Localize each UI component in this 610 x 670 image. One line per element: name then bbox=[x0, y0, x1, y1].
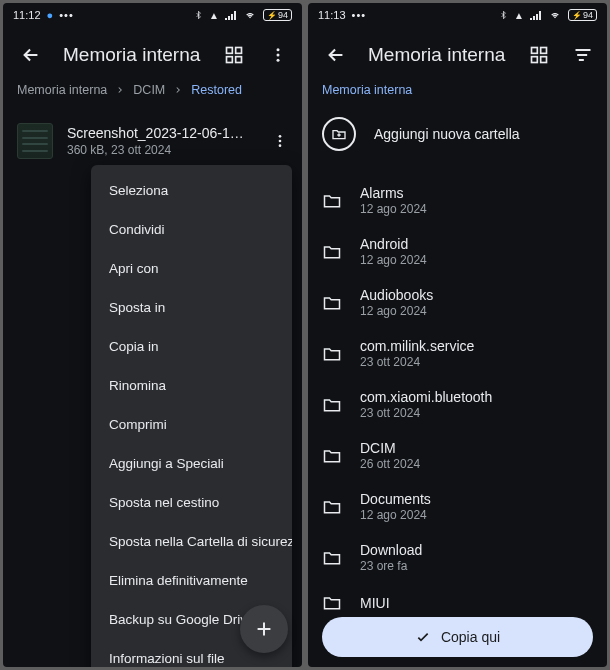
folder-name: Documents bbox=[360, 491, 593, 507]
folder-name: DCIM bbox=[360, 440, 593, 456]
crumb-0[interactable]: Memoria interna bbox=[322, 83, 412, 97]
status-right: ▲ ⚡94 bbox=[194, 9, 292, 21]
file-row[interactable]: Screenshot_2023-12-06-19-46-48… 360 kB, … bbox=[3, 111, 302, 171]
svg-rect-2 bbox=[227, 57, 233, 63]
folder-icon bbox=[322, 395, 342, 415]
breadcrumb: Memoria interna bbox=[308, 83, 607, 103]
bluetooth-icon bbox=[194, 9, 203, 21]
folder-name: com.milink.service bbox=[360, 338, 593, 354]
check-icon bbox=[415, 629, 431, 645]
signal-bars-icon bbox=[225, 10, 237, 20]
crumb-0[interactable]: Memoria interna bbox=[17, 83, 107, 97]
menu-item[interactable]: Seleziona bbox=[91, 171, 292, 210]
menu-item[interactable]: Sposta in bbox=[91, 288, 292, 327]
folder-row[interactable]: com.xiaomi.bluetooth23 ott 2024 bbox=[308, 379, 607, 430]
folder-subtitle: 26 ott 2024 bbox=[360, 457, 593, 471]
folder-row[interactable]: DCIM26 ott 2024 bbox=[308, 430, 607, 481]
menu-item[interactable]: Aggiungi a Speciali bbox=[91, 444, 292, 483]
folder-name: Android bbox=[360, 236, 593, 252]
file-name: Screenshot_2023-12-06-19-46-48… bbox=[67, 125, 250, 141]
folder-row[interactable]: Download23 ore fa bbox=[308, 532, 607, 583]
crumb-1[interactable]: DCIM bbox=[133, 83, 165, 97]
svg-rect-11 bbox=[541, 48, 547, 54]
menu-item[interactable]: Sposta nel cestino bbox=[91, 483, 292, 522]
svg-point-8 bbox=[279, 140, 282, 143]
menu-item[interactable]: Rinomina bbox=[91, 366, 292, 405]
folder-icon bbox=[322, 344, 342, 364]
status-time: 11:12 bbox=[13, 9, 41, 21]
context-menu: SelezionaCondividiApri conSposta inCopia… bbox=[91, 165, 292, 667]
new-folder-row[interactable]: Aggiungi nuova cartella bbox=[308, 103, 607, 169]
svg-point-5 bbox=[277, 54, 280, 57]
paste-label: Copia qui bbox=[441, 629, 500, 645]
folder-subtitle: 12 ago 2024 bbox=[360, 304, 593, 318]
status-indicator-icon: ● bbox=[47, 9, 54, 21]
status-right: ▲ ⚡94 bbox=[499, 9, 597, 21]
menu-item[interactable]: Copia in bbox=[91, 327, 292, 366]
folder-name: Alarms bbox=[360, 185, 593, 201]
menu-item[interactable]: Comprimi bbox=[91, 405, 292, 444]
back-button[interactable] bbox=[316, 35, 356, 75]
back-button[interactable] bbox=[11, 35, 51, 75]
grid-view-button[interactable] bbox=[218, 35, 250, 75]
folder-icon bbox=[322, 446, 342, 466]
menu-item[interactable]: Elimina definitivamente bbox=[91, 561, 292, 600]
wifi-icon bbox=[548, 10, 562, 20]
folder-list: Alarms12 ago 2024Android12 ago 2024Audio… bbox=[308, 169, 607, 667]
folder-icon bbox=[322, 497, 342, 517]
app-bar: Memoria interna bbox=[3, 27, 302, 83]
wifi-icon bbox=[243, 10, 257, 20]
paste-here-button[interactable]: Copia qui bbox=[322, 617, 593, 657]
folder-subtitle: 23 ott 2024 bbox=[360, 406, 593, 420]
menu-item[interactable]: Condividi bbox=[91, 210, 292, 249]
status-time: 11:13 bbox=[318, 9, 346, 21]
folder-subtitle: 23 ott 2024 bbox=[360, 355, 593, 369]
folder-icon bbox=[322, 293, 342, 313]
menu-item[interactable]: Apri con bbox=[91, 249, 292, 288]
file-overflow-button[interactable] bbox=[264, 121, 296, 161]
sort-button[interactable] bbox=[567, 35, 599, 75]
svg-point-4 bbox=[277, 48, 280, 51]
phone-left: 11:12 ● ••• ▲ ⚡94 Memoria interna Memori… bbox=[3, 3, 302, 667]
chevron-right-icon bbox=[173, 85, 183, 95]
overflow-button[interactable] bbox=[262, 35, 294, 75]
svg-point-6 bbox=[277, 59, 280, 62]
battery-badge: ⚡94 bbox=[568, 9, 597, 21]
svg-rect-0 bbox=[227, 48, 233, 54]
folder-icon bbox=[322, 593, 342, 613]
signal-bars-icon bbox=[530, 10, 542, 20]
folder-row[interactable]: Android12 ago 2024 bbox=[308, 226, 607, 277]
svg-point-9 bbox=[279, 144, 282, 147]
folder-row[interactable]: Audiobooks12 ago 2024 bbox=[308, 277, 607, 328]
breadcrumb: Memoria interna DCIM Restored bbox=[3, 83, 302, 111]
svg-rect-3 bbox=[236, 57, 242, 63]
folder-row[interactable]: Alarms12 ago 2024 bbox=[308, 175, 607, 226]
folder-name: com.xiaomi.bluetooth bbox=[360, 389, 593, 405]
svg-point-7 bbox=[279, 135, 282, 138]
folder-icon bbox=[322, 242, 342, 262]
svg-rect-12 bbox=[532, 57, 538, 63]
status-bar: 11:12 ● ••• ▲ ⚡94 bbox=[3, 3, 302, 27]
battery-badge: ⚡94 bbox=[263, 9, 292, 21]
folder-row[interactable]: Documents12 ago 2024 bbox=[308, 481, 607, 532]
crumb-2[interactable]: Restored bbox=[191, 83, 242, 97]
folder-subtitle: 12 ago 2024 bbox=[360, 202, 593, 216]
signal-icon: ▲ bbox=[209, 10, 219, 21]
folder-subtitle: 12 ago 2024 bbox=[360, 508, 593, 522]
svg-rect-10 bbox=[532, 48, 538, 54]
grid-view-button[interactable] bbox=[523, 35, 555, 75]
menu-item[interactable]: Sposta nella Cartella di sicurezza bbox=[91, 522, 292, 561]
page-title: Memoria interna bbox=[63, 44, 206, 66]
svg-rect-1 bbox=[236, 48, 242, 54]
status-more-icon: ••• bbox=[59, 9, 74, 21]
new-folder-label: Aggiungi nuova cartella bbox=[374, 126, 520, 142]
folder-icon bbox=[322, 191, 342, 211]
signal-icon: ▲ bbox=[514, 10, 524, 21]
fab-add[interactable] bbox=[240, 605, 288, 653]
file-thumbnail bbox=[17, 123, 53, 159]
phone-right: 11:13 ••• ▲ ⚡94 Memoria interna Memoria … bbox=[308, 3, 607, 667]
status-bar: 11:13 ••• ▲ ⚡94 bbox=[308, 3, 607, 27]
folder-subtitle: 12 ago 2024 bbox=[360, 253, 593, 267]
folder-row[interactable]: com.milink.service23 ott 2024 bbox=[308, 328, 607, 379]
svg-rect-13 bbox=[541, 57, 547, 63]
